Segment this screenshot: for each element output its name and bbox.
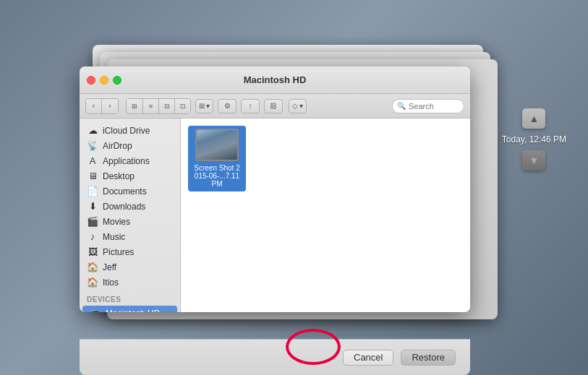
macintosh-hd-icon: 💻 — [90, 308, 101, 312]
minimize-button[interactable] — [100, 76, 108, 85]
sidebar-item-desktop[interactable]: 🖥 Desktop — [80, 168, 180, 184]
icloud-icon: ☁ — [87, 125, 98, 136]
dropbox-button[interactable]: ◇ ▾ — [289, 99, 307, 113]
close-button[interactable] — [87, 76, 95, 85]
zoom-button[interactable] — [113, 76, 122, 85]
arrange-button[interactable]: ⊞ ▾ — [195, 99, 213, 113]
time-down-arrow[interactable]: ▼ — [522, 150, 545, 171]
sidebar-item-itios[interactable]: 🏠 Itios — [80, 275, 180, 290]
documents-icon: 📄 — [87, 186, 98, 197]
forward-button[interactable]: › — [102, 99, 118, 113]
sidebar: ☁ iCloud Drive 📡 AirDrop A Applications … — [80, 118, 181, 312]
link-button[interactable]: ⛓ — [264, 99, 283, 113]
sidebar-item-jeff[interactable]: 🏠 Jeff — [80, 259, 180, 275]
back-button[interactable]: ‹ — [86, 99, 102, 113]
sidebar-item-pictures[interactable]: 🖼 Pictures — [80, 244, 180, 259]
sidebar-item-applications[interactable]: A Applications — [80, 153, 180, 168]
restore-button[interactable]: Restore — [401, 350, 456, 366]
file-item[interactable]: Screen Shot 2015-06-...7.11 PM — [188, 126, 246, 191]
view-buttons: ⊞ ≡ ⊟ ⊡ — [126, 98, 191, 114]
sidebar-item-downloads[interactable]: ⬇ Downloads — [80, 199, 180, 214]
sidebar-item-documents[interactable]: 📄 Documents — [80, 184, 180, 199]
share-button[interactable]: ↑ — [241, 99, 260, 113]
search-icon: 🔍 — [397, 102, 406, 110]
arrange-dropdown-icon: ▾ — [206, 102, 210, 110]
movies-icon: 🎬 — [87, 216, 98, 227]
desktop-icon: 🖥 — [87, 171, 98, 181]
dropbox-icon: ◇ — [292, 102, 298, 110]
sidebar-item-movies[interactable]: 🎬 Movies — [80, 214, 180, 229]
sidebar-item-macintosh-hd[interactable]: 💻 Macintosh HD — [82, 306, 177, 312]
airdrop-icon: 📡 — [87, 140, 98, 151]
nav-buttons: ‹ › — [85, 98, 119, 114]
jeff-icon: 🏠 — [87, 262, 98, 272]
file-thumbnail — [195, 129, 239, 161]
search-input[interactable] — [409, 102, 466, 111]
icon-view-button[interactable]: ⊞ — [127, 99, 142, 113]
finder-window: Macintosh HD ‹ › ⊞ ≡ ⊟ ⊡ ⊞ ▾ ⚙ ↑ ⛓ ◇ ▾ 🔍 — [80, 66, 470, 312]
bottom-bar: Cancel Restore — [80, 339, 470, 375]
traffic-lights — [87, 76, 122, 85]
sidebar-item-airdrop[interactable]: 📡 AirDrop — [80, 138, 180, 153]
thumbnail-image — [197, 130, 237, 160]
search-box: 🔍 — [392, 99, 464, 113]
window-title: Macintosh HD — [244, 74, 307, 85]
pictures-icon: 🖼 — [87, 246, 98, 257]
sidebar-item-music[interactable]: ♪ Music — [80, 229, 180, 244]
time-panel: ▲ Today, 12:46 PM ▼ — [502, 108, 566, 171]
arrange-icon: ⊞ — [199, 102, 205, 110]
cover-flow-button[interactable]: ⊡ — [174, 99, 190, 113]
file-area[interactable]: Screen Shot 2015-06-...7.11 PM — [181, 118, 470, 312]
toolbar: ‹ › ⊞ ≡ ⊟ ⊡ ⊞ ▾ ⚙ ↑ ⛓ ◇ ▾ 🔍 — [80, 94, 470, 118]
file-name: Screen Shot 2015-06-...7.11 PM — [191, 163, 243, 189]
applications-icon: A — [87, 155, 98, 166]
column-view-button[interactable]: ⊟ — [158, 99, 174, 113]
time-up-arrow[interactable]: ▲ — [522, 108, 545, 129]
cancel-button[interactable]: Cancel — [343, 350, 393, 366]
music-icon: ♪ — [87, 231, 98, 242]
dropbox-dropdown-icon: ▾ — [299, 102, 303, 110]
content-area: ☁ iCloud Drive 📡 AirDrop A Applications … — [80, 118, 470, 312]
downloads-icon: ⬇ — [87, 201, 98, 212]
time-timestamp: Today, 12:46 PM — [502, 134, 566, 145]
action-button[interactable]: ⚙ — [218, 99, 237, 113]
devices-header: Devices — [80, 290, 180, 306]
title-bar: Macintosh HD — [80, 66, 470, 94]
sidebar-item-icloud-drive[interactable]: ☁ iCloud Drive — [80, 123, 180, 138]
itios-icon: 🏠 — [87, 277, 98, 288]
list-view-button[interactable]: ≡ — [142, 99, 158, 113]
